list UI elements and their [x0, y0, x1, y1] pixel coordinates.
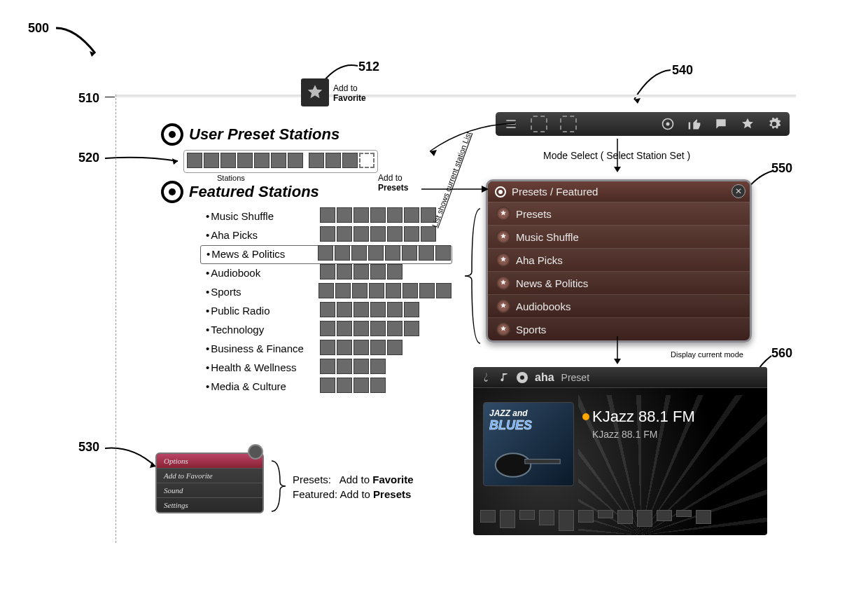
mode-row[interactable]: Presets: [488, 202, 750, 225]
station-tile[interactable]: [370, 340, 386, 355]
thumbs-up-icon[interactable]: [687, 117, 701, 131]
options-row[interactable]: Options: [157, 454, 262, 468]
station-tile[interactable]: [402, 283, 418, 298]
gear-icon[interactable]: [767, 117, 781, 131]
close-icon[interactable]: ✕: [732, 184, 746, 198]
preset-tile[interactable]: [309, 153, 324, 168]
station-tile[interactable]: [320, 226, 335, 242]
station-tile[interactable]: [370, 359, 386, 374]
station-tile[interactable]: [387, 321, 402, 336]
featured-item[interactable]: Public Radio: [200, 302, 452, 321]
station-tile[interactable]: [370, 264, 386, 279]
station-tile[interactable]: [370, 321, 386, 336]
station-tile[interactable]: [337, 359, 352, 374]
station-tile[interactable]: [436, 283, 451, 298]
preset-tile[interactable]: [220, 153, 236, 168]
station-tile[interactable]: [387, 340, 402, 355]
options-row[interactable]: Settings: [157, 497, 262, 512]
station-tile[interactable]: [337, 378, 352, 393]
station-tile[interactable]: [386, 283, 401, 298]
preset-tile[interactable]: [187, 153, 202, 168]
options-row[interactable]: Sound: [157, 483, 262, 497]
station-tile[interactable]: [320, 207, 335, 223]
target-icon[interactable]: [661, 117, 675, 131]
mode-row[interactable]: Audiobooks: [488, 294, 750, 317]
featured-item[interactable]: Technology: [200, 321, 452, 340]
station-tile[interactable]: [404, 207, 419, 223]
station-tile[interactable]: [419, 245, 434, 261]
station-tile[interactable]: [370, 226, 386, 242]
preset-tile[interactable]: [237, 153, 253, 168]
station-tile[interactable]: [370, 207, 386, 223]
preset-tile[interactable]: [326, 153, 341, 168]
station-tile[interactable]: [387, 207, 402, 223]
station-tile[interactable]: [354, 264, 369, 279]
station-tile[interactable]: [354, 207, 369, 223]
featured-item[interactable]: Music Shuffle: [200, 207, 452, 226]
top-toolbar: [496, 112, 790, 136]
station-tile[interactable]: [387, 302, 402, 317]
preset-tile[interactable]: [254, 153, 270, 168]
options-row[interactable]: Add to Favorite: [157, 468, 262, 483]
station-tile[interactable]: [354, 226, 369, 242]
station-tile[interactable]: [318, 283, 334, 298]
station-tile[interactable]: [404, 302, 419, 317]
station-tile[interactable]: [354, 302, 369, 317]
mode-row[interactable]: News & Politics: [488, 271, 750, 294]
station-tile[interactable]: [320, 321, 335, 336]
featured-item[interactable]: Sports: [200, 283, 452, 302]
add-favorite-star[interactable]: [301, 78, 329, 106]
station-tile[interactable]: [354, 340, 369, 355]
toolbar-slot[interactable]: [560, 116, 577, 132]
star-icon[interactable]: [741, 117, 755, 131]
station-tile[interactable]: [337, 226, 352, 242]
mode-row[interactable]: Music Shuffle: [488, 225, 750, 248]
station-tile[interactable]: [320, 340, 335, 355]
station-tile[interactable]: [368, 245, 384, 261]
featured-item[interactable]: Aha Picks: [200, 226, 452, 245]
station-tile[interactable]: [337, 340, 352, 355]
station-tile[interactable]: [320, 264, 335, 279]
featured-item[interactable]: Media & Culture: [200, 378, 452, 396]
station-tile[interactable]: [387, 264, 402, 279]
featured-item[interactable]: Health & Wellness: [200, 359, 452, 378]
station-tile[interactable]: [404, 226, 419, 242]
station-tile[interactable]: [402, 245, 417, 261]
preset-tile[interactable]: [359, 153, 374, 168]
station-tile[interactable]: [369, 283, 384, 298]
featured-item[interactable]: Audiobook: [200, 264, 452, 283]
station-tile[interactable]: [435, 245, 451, 261]
station-tile[interactable]: [370, 378, 386, 393]
preset-tile[interactable]: [271, 153, 286, 168]
toolbar-slot[interactable]: [531, 116, 547, 132]
station-tile[interactable]: [320, 359, 335, 374]
station-tile[interactable]: [354, 321, 369, 336]
station-tile[interactable]: [337, 321, 352, 336]
station-tile[interactable]: [352, 283, 368, 298]
featured-item[interactable]: Mews & Politics: [200, 245, 452, 264]
station-tile[interactable]: [318, 245, 333, 261]
station-tile[interactable]: [337, 302, 352, 317]
station-tile[interactable]: [320, 378, 335, 393]
station-tile[interactable]: [370, 302, 386, 317]
station-tile[interactable]: [421, 226, 436, 242]
station-tile[interactable]: [337, 264, 352, 279]
preset-tile[interactable]: [204, 153, 219, 168]
station-tile[interactable]: [351, 245, 367, 261]
station-tile[interactable]: [335, 283, 351, 298]
mode-row[interactable]: Aha Picks: [488, 248, 750, 271]
station-tile[interactable]: [354, 378, 369, 393]
station-tile[interactable]: [404, 321, 419, 336]
station-tile[interactable]: [354, 359, 369, 374]
preset-tile[interactable]: [342, 153, 358, 168]
station-tile[interactable]: [419, 283, 435, 298]
featured-item[interactable]: Business & Finance: [200, 340, 452, 359]
station-tile[interactable]: [387, 226, 402, 242]
preset-tile[interactable]: [288, 153, 303, 168]
featured-item-label: Health & Wellness: [200, 361, 319, 375]
station-tile[interactable]: [320, 302, 335, 317]
station-tile[interactable]: [335, 245, 350, 261]
station-tile[interactable]: [337, 207, 352, 223]
chat-icon[interactable]: [714, 117, 728, 131]
station-tile[interactable]: [385, 245, 400, 261]
